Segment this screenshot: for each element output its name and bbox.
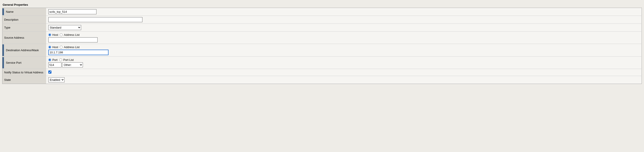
label-description: Description xyxy=(2,16,46,24)
dest-list-radio[interactable] xyxy=(60,46,62,49)
source-address-input[interactable] xyxy=(48,37,98,42)
source-host-radio[interactable] xyxy=(48,33,51,36)
source-list-radio-label: Address List xyxy=(64,33,80,36)
source-list-radio[interactable] xyxy=(60,33,62,36)
label-destination: Destination Address/Mask xyxy=(2,44,46,57)
port-list-radio[interactable] xyxy=(59,58,62,61)
port-list-radio-label: Port List xyxy=(63,58,74,61)
general-properties-table: Name Description Type Standard Source Ad… xyxy=(2,8,642,84)
row-destination: Destination Address/Mask Host Address Li… xyxy=(2,44,642,57)
service-port-other-select[interactable]: Other: xyxy=(62,62,83,67)
dest-host-radio-label: Host xyxy=(52,45,58,49)
row-type: Type Standard xyxy=(2,24,642,32)
description-input[interactable] xyxy=(48,17,142,22)
notify-checkbox[interactable] xyxy=(48,70,52,73)
row-source-address: Source Address Host Address List xyxy=(2,32,642,44)
label-type: Type xyxy=(2,24,46,32)
label-source-address: Source Address xyxy=(2,32,46,44)
type-select[interactable]: Standard xyxy=(48,25,81,30)
row-state: State Enabled xyxy=(2,76,642,84)
row-notify: Notify Status to Virtual Address xyxy=(2,69,642,76)
row-service-port: Service Port Port Port List Other: xyxy=(2,57,642,69)
destination-input[interactable] xyxy=(48,50,108,55)
port-radio[interactable] xyxy=(48,58,51,61)
dest-list-radio-label: Address List xyxy=(64,45,80,49)
label-name: Name xyxy=(2,8,46,16)
source-host-radio-label: Host xyxy=(52,33,58,36)
port-radio-label: Port xyxy=(52,58,58,61)
label-service-port: Service Port xyxy=(2,57,46,69)
row-name: Name xyxy=(2,8,642,16)
dest-host-radio[interactable] xyxy=(48,46,51,49)
section-title: General Properties xyxy=(2,2,642,8)
service-port-input[interactable] xyxy=(48,62,62,67)
state-select[interactable]: Enabled xyxy=(48,77,64,82)
label-state: State xyxy=(2,76,46,84)
label-notify: Notify Status to Virtual Address xyxy=(2,69,46,76)
row-description: Description xyxy=(2,16,642,24)
name-input[interactable] xyxy=(48,9,96,14)
